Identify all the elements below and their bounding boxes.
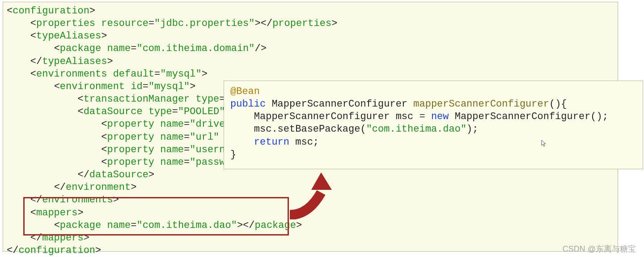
annotation-bean: @Bean [230, 86, 260, 97]
java-code-panel: @Bean public MapperScannerConfigurer map… [224, 81, 643, 169]
